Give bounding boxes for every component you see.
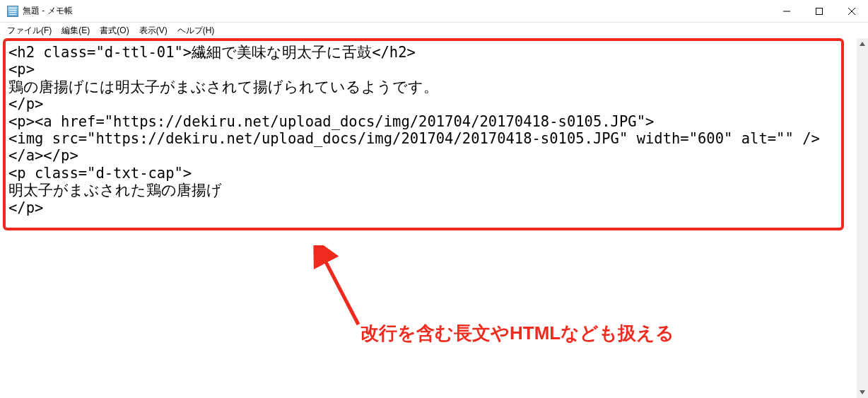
svg-marker-7 — [860, 390, 865, 394]
annotation-arrow-icon — [307, 245, 364, 330]
svg-rect-1 — [816, 8, 823, 15]
minimize-button[interactable] — [770, 0, 803, 23]
svg-marker-6 — [860, 42, 865, 46]
vertical-scrollbar[interactable] — [857, 38, 868, 398]
scroll-down-icon[interactable] — [857, 387, 868, 398]
notepad-icon — [7, 6, 18, 17]
window-titlebar: 無題 - メモ帳 — [0, 0, 868, 23]
editor-area[interactable]: <h2 class="d-ttl-01">繊細で美味な明太子に舌鼓</h2> <… — [0, 38, 857, 398]
annotation-text: 改行を含む長文やHTMLなども扱える — [360, 321, 674, 346]
menubar: ファイル(F) 編集(E) 書式(O) 表示(V) ヘルプ(H) — [0, 23, 868, 38]
scroll-up-icon[interactable] — [857, 38, 868, 49]
menu-view[interactable]: 表示(V) — [135, 23, 172, 38]
maximize-button[interactable] — [803, 0, 835, 23]
menu-help[interactable]: ヘルプ(H) — [173, 23, 219, 38]
svg-line-5 — [323, 257, 358, 324]
menu-format[interactable]: 書式(O) — [95, 23, 133, 38]
menu-file[interactable]: ファイル(F) — [3, 23, 56, 38]
window-controls — [770, 0, 868, 22]
close-button[interactable] — [835, 0, 868, 23]
menu-edit[interactable]: 編集(E) — [57, 23, 94, 38]
highlighted-content: <h2 class="d-ttl-01">繊細で美味な明太子に舌鼓</h2> <… — [3, 38, 844, 230]
window-title: 無題 - メモ帳 — [23, 5, 770, 17]
